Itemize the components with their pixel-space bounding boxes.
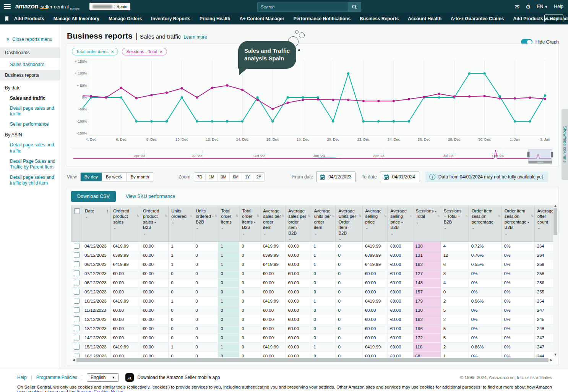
row-checkbox[interactable] [74,353,80,357]
amazon-seller-central-logo[interactable]: amazon seller central europe [15,3,80,10]
scroll-left-icon[interactable]: ◀ [72,358,76,362]
column-header-aspi_b2b[interactable]: Average sales per order item - B2B↑↓⌄ [286,206,311,242]
search-button[interactable] [348,2,361,11]
sidebar-item-detail-page-sales-and-traffic-by-child-item[interactable]: Detail page sales and traffic by child i… [0,172,60,188]
column-header-units[interactable]: Units ordered↑↓⌄ [169,206,193,242]
column-header-aupi_b2b[interactable]: Average Units per Order Item – B2B↑↓⌄ [336,206,362,242]
nav-item-performance-notifications[interactable]: Performance Notifications [294,16,351,21]
sort-icon[interactable]: ↑↓ [531,214,533,217]
search-input[interactable] [258,2,348,11]
row-checkbox[interactable] [74,344,80,350]
column-menu-chevron-icon[interactable]: ⌄ [365,225,386,230]
sidebar-item-seller-performance[interactable]: Seller performance [0,119,60,130]
column-menu-chevron-icon[interactable]: ⌄ [263,231,284,235]
nav-item-business-reports[interactable]: Business Reports [360,16,399,21]
column-header-ops[interactable]: Ordered product sales↑↓⌄ [110,206,140,242]
vertical-scrollbar[interactable]: ▲ ▼ [553,204,558,356]
metric-chip-sessions-total[interactable]: Sessions - Total✕ [122,48,167,55]
column-header-oisp[interactable]: Order item session percentage↑↓⌄ [469,206,501,242]
column-menu-chevron-icon[interactable]: ⌄ [505,231,533,235]
view-option-by-day[interactable]: By day [81,173,102,181]
select-all-checkbox[interactable] [74,208,80,214]
column-header-oisp_b2b[interactable]: Order item session percentage - B2B↑↓⌄ [501,206,534,242]
column-menu-chevron-icon[interactable]: ⌄ [391,231,411,235]
column-menu-chevron-icon[interactable]: ⌄ [196,225,216,230]
sort-icon[interactable]: ↑↓ [437,214,439,217]
scroll-down-icon[interactable]: ▼ [553,353,557,356]
sort-icon[interactable]: ↑ [106,208,109,214]
sort-icon[interactable]: ↑↓ [307,214,309,217]
sort-icon[interactable]: ↑↓ [165,214,167,217]
column-header-aupi[interactable]: Average units per order item↑↓⌄ [311,206,336,242]
sidebar-item-detail-page-sales-and-traffic[interactable]: Detail page sales and traffic [0,103,60,119]
column-menu-chevron-icon[interactable]: ⌄ [171,220,191,224]
chip-remove-icon[interactable]: ✕ [111,50,114,54]
programme-policies-link[interactable]: Programme Policies [36,375,77,380]
column-menu-chevron-icon[interactable]: ⌄ [221,225,237,230]
sort-icon[interactable]: ↑↓ [235,214,237,217]
sort-icon[interactable]: ↑↓ [465,214,467,217]
column-menu-chevron-icon[interactable]: ⌄ [85,214,109,219]
to-date-input[interactable]: 04/01/2024 [380,172,419,182]
zoom-option-1m[interactable]: 1M [206,173,218,181]
sort-icon[interactable]: ↑↓ [256,214,258,217]
column-header-asp_b2b[interactable]: Average selling price - B2B↑↓⌄ [388,206,413,242]
horizontal-scrollbar[interactable]: ◀ ▶ [72,358,553,363]
column-header-units_b2b[interactable]: Units ordered - B2B↑↓⌄ [193,206,218,242]
sort-icon[interactable]: ↑↓ [189,214,191,217]
column-header-toi_b2b[interactable]: Total order items - B2B↑↓⌄ [239,206,260,242]
close-reports-menu[interactable]: ✕ Close reports menu [0,24,60,47]
download-csv-button[interactable]: Download CSV [71,191,116,202]
column-menu-chevron-icon[interactable]: ⌄ [416,220,439,224]
sort-icon[interactable]: ↑↓ [136,214,138,217]
help-link[interactable]: Help [554,4,563,9]
row-checkbox[interactable] [74,261,80,267]
cookies-notice-link[interactable]: Amazon Cookies Notice. [76,389,125,392]
sidebar-item-business-reports[interactable]: Business reports [0,70,60,81]
view-option-by-week[interactable]: By week [102,173,127,181]
sort-icon[interactable]: ↑↓ [282,214,284,217]
column-menu-chevron-icon[interactable]: ⌄ [242,231,258,235]
zoom-option-1y[interactable]: 1Y [242,173,253,181]
nav-item-account-health[interactable]: Account Health [408,16,441,21]
show-hide-columns-tab[interactable]: Show/hide columns [562,109,568,180]
timeline-overview[interactable]: Apr '22Jul '22Oct '22Jan '23Apr '23Jul '… [71,148,553,164]
row-checkbox[interactable] [74,289,80,295]
nav-item-pricing-health[interactable]: Pricing Health [200,16,230,21]
sidebar-item-detail-page-sales-and-traffic[interactable]: Detail page sales and traffic [0,140,60,156]
from-date-input[interactable]: 04/12/2023 [316,172,355,182]
sort-icon[interactable]: ↑↓ [498,214,500,217]
sort-icon[interactable]: ↑↓ [384,214,386,217]
nav-item-a-to-z-guarantee-claims[interactable]: A-to-z Guarantee Claims [451,16,504,21]
row-checkbox[interactable] [74,280,80,285]
download-app-link[interactable]: Download the Amazon Seller mobile app [137,375,220,380]
footer-language-select[interactable]: English ▼ [87,373,119,382]
sidebar-item-sales-and-traffic[interactable]: Sales and traffic [0,93,60,103]
hamburger-menu-icon[interactable] [4,4,11,9]
column-menu-chevron-icon[interactable]: ⌄ [338,236,360,241]
account-selector[interactable]: | Spain [89,3,130,10]
sort-icon[interactable]: ↑↓ [214,214,216,217]
column-header-ops_b2b[interactable]: Ordered product sales - B2B↑↓⌄ [140,206,169,242]
sort-icon[interactable]: ↑↓ [409,214,411,217]
sales-traffic-line-chart[interactable]: 4. Dec6. Dec8. Dec10. Dec12. Dec14. Dec1… [71,57,553,147]
column-menu-chevron-icon[interactable]: ⌄ [444,225,467,230]
row-checkbox[interactable] [74,243,80,249]
settings-gear-icon[interactable]: ⚙ [526,4,531,10]
column-header-asp[interactable]: Average selling price↑↓⌄ [362,206,388,242]
sidebar-item-sales-dashboard[interactable]: Sales dashboard [0,60,60,70]
horizontal-scroll-thumb[interactable] [76,358,549,362]
metric-chip-total-order-items[interactable]: Total order items✕ [72,48,118,55]
zoom-option-2y[interactable]: 2Y [253,173,265,181]
help-footer-link[interactable]: Help [17,375,27,380]
nav-item-add-products[interactable]: Add Products [14,16,44,21]
row-checkbox[interactable] [74,307,80,313]
nav-item-manage-orders[interactable]: Manage Orders [109,16,142,21]
language-switcher[interactable]: EN ▼ [537,4,548,9]
nav-item-inventory-reports[interactable]: Inventory Reports [151,16,190,21]
column-menu-chevron-icon[interactable]: ⌄ [472,225,500,230]
zoom-option-7d[interactable]: 7D [194,173,206,181]
column-header-sess_b2b[interactable]: Sessions – Total – B2B↑↓⌄ [441,206,469,242]
row-checkbox[interactable] [74,252,80,258]
view-sku-performance-link[interactable]: View SKU performance [126,194,175,199]
